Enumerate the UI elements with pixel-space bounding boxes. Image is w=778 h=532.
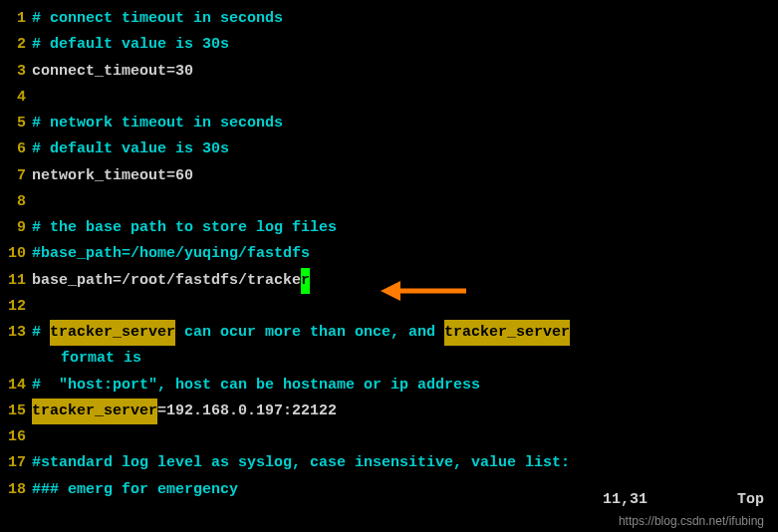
- line-number: 15: [0, 399, 32, 424]
- line-number: 4: [0, 85, 32, 111]
- config-text: network_timeout=60: [32, 163, 193, 189]
- watermark: https://blog.csdn.net/ifubing: [619, 514, 764, 528]
- comment-text: # connect timeout in seconds: [32, 6, 283, 32]
- comment-text: # network timeout in seconds: [32, 111, 283, 136]
- line-number: 10: [0, 241, 32, 267]
- vim-editor[interactable]: 1 # connect timeout in seconds 2 # defau…: [0, 0, 778, 503]
- code-line: 16: [0, 424, 778, 450]
- code-line: 17 #standard log level as syslog, case i…: [0, 450, 778, 476]
- comment-text: # default value is 30s: [32, 136, 229, 162]
- code-line: 4: [0, 85, 778, 111]
- line-number: 16: [0, 424, 32, 450]
- comment-text: # "host:port", host can be hostname or i…: [32, 373, 480, 399]
- comment-text: #base_path=/home/yuqing/fastdfs: [32, 241, 310, 267]
- line-number: 14: [0, 373, 32, 399]
- line-number: 7: [0, 163, 32, 189]
- line-number: 6: [0, 136, 32, 162]
- config-text: connect_timeout=30: [32, 59, 193, 85]
- scroll-position: Top: [737, 491, 764, 508]
- line-number: 2: [0, 32, 32, 58]
- comment-text: can ocur more than once, and: [175, 320, 444, 346]
- code-line: 2 # default value is 30s: [0, 32, 778, 58]
- line-number: 11: [0, 268, 32, 294]
- comment-prefix: #: [32, 320, 50, 346]
- config-text: base_path=/root/fastdfs/tracke: [32, 268, 301, 294]
- code-line: 15 tracker_server=192.168.0.197:22122: [0, 399, 778, 424]
- code-line: 11 base_path=/root/fastdfs/tracker: [0, 268, 778, 294]
- line-number: 5: [0, 111, 32, 136]
- search-highlight: tracker_server: [444, 320, 570, 346]
- code-line: 7 network_timeout=60: [0, 163, 778, 189]
- vim-status-bar: 11,31 Top: [603, 491, 764, 508]
- code-line: 13 # tracker_server can ocur more than o…: [0, 320, 778, 346]
- comment-text: # default value is 30s: [32, 32, 229, 58]
- line-number: 12: [0, 294, 32, 320]
- code-line: 1 # connect timeout in seconds: [0, 6, 778, 32]
- comment-text: format is: [52, 346, 141, 372]
- code-line: 12: [0, 294, 778, 320]
- code-line-continuation: format is: [0, 346, 778, 372]
- line-number: 18: [0, 477, 32, 503]
- line-number: 17: [0, 450, 32, 476]
- comment-text: #standard log level as syslog, case inse…: [32, 450, 570, 476]
- cursor: r: [301, 268, 310, 294]
- code-line: 3 connect_timeout=30: [0, 59, 778, 85]
- line-number: 8: [0, 189, 32, 215]
- search-highlight: tracker_server: [50, 320, 175, 346]
- line-number: 13: [0, 320, 32, 346]
- code-line: 8: [0, 189, 778, 215]
- code-line: 6 # default value is 30s: [0, 136, 778, 162]
- code-line: 5 # network timeout in seconds: [0, 111, 778, 136]
- comment-text: ### emerg for emergency: [32, 477, 238, 503]
- line-number: 9: [0, 215, 32, 241]
- config-text: =192.168.0.197:22122: [157, 399, 337, 424]
- line-number: 3: [0, 59, 32, 85]
- code-line: 9 # the base path to store log files: [0, 215, 778, 241]
- line-number: 1: [0, 6, 32, 32]
- search-highlight: tracker_server: [32, 399, 157, 424]
- code-line: 14 # "host:port", host can be hostname o…: [0, 373, 778, 399]
- cursor-position: 11,31: [603, 491, 648, 508]
- code-line: 10 #base_path=/home/yuqing/fastdfs: [0, 241, 778, 267]
- comment-text: # the base path to store log files: [32, 215, 337, 241]
